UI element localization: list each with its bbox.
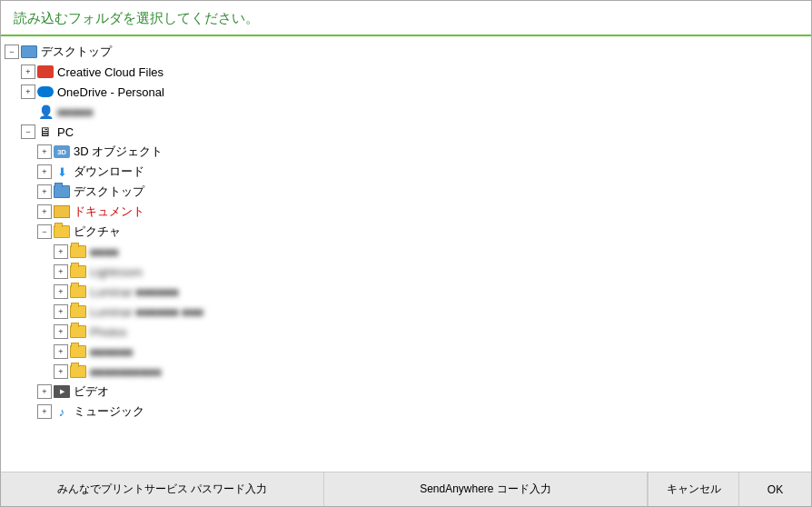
tree-node-3d[interactable]: + 3D 3D オブジェクト [37,142,807,162]
sub4-icon [70,304,86,319]
expand-pictures[interactable]: − [37,224,52,239]
expand-sub3[interactable]: + [54,284,68,299]
btn-send-anywhere[interactable]: SendAnywhere コード入力 [324,472,648,506]
pictures-icon [54,224,70,239]
expand-sub7[interactable]: + [54,364,68,379]
expand-sub6[interactable]: + [54,344,68,359]
ok-button[interactable]: OK [738,472,811,506]
desktop2-label: デスクトップ [74,184,144,200]
video-label: ビデオ [74,383,109,400]
tree-node-sub5[interactable]: + Photos [54,322,807,342]
dialog-footer: みんなでプリントサービス パスワード入力 SendAnywhere コード入力 … [1,472,811,506]
cancel-button[interactable]: キャンセル [648,472,738,506]
expand-desktop[interactable]: − [5,45,19,59]
tree-node-pictures[interactable]: − ピクチャ [37,222,807,242]
downloads-label: ダウンロード [74,164,144,180]
docs-label: ドキュメント [74,204,144,220]
sub5-icon [70,324,86,339]
expand-pc[interactable]: − [21,124,35,139]
sub3-icon [70,284,86,299]
docs-icon [54,204,70,219]
tree-node-sub6[interactable]: + ■■■■■■ [54,342,807,362]
sub6-label: ■■■■■■ [90,345,133,359]
sub2-label: Lightroom [90,265,143,279]
download-icon [54,164,70,179]
user-icon: 👤 [37,104,54,119]
music-icon: ♪ [54,404,70,419]
expand-video[interactable]: + [37,384,52,399]
sub1-label: ■■■■ [90,245,118,259]
expand-creative-cloud[interactable]: + [21,65,35,79]
dialog-header: 読み込むフォルダを選択してください。 [1,1,811,36]
tree-node-music[interactable]: + ♪ ミュージック [37,402,807,422]
sub3-label: Luminar ■■■■■■ [90,285,179,299]
onedrive-label: OneDrive - Personal [57,85,164,99]
tree-node-creative-cloud[interactable]: + Creative Cloud Files [21,62,807,82]
3d-icon: 3D [54,144,70,159]
tree-node-user[interactable]: 👤 ■■■■■ [21,102,807,122]
creative-cloud-icon [37,65,54,79]
tree-node-sub7[interactable]: + ■■■■■■■■■■ [54,362,807,382]
tree-node-sub3[interactable]: + Luminar ■■■■■■ [54,282,807,302]
folder-tree[interactable]: − デスクトップ + Creative Cloud Files + On [1,36,811,472]
header-title: 読み込むフォルダを選択してください。 [14,10,259,25]
pictures-label: ピクチャ [74,224,121,240]
expand-sub4[interactable]: + [54,304,68,319]
btn-print-service[interactable]: みんなでプリントサービス パスワード入力 [1,472,324,506]
desktop-label: デスクトップ [41,44,112,60]
expand-music[interactable]: + [37,404,52,419]
expand-onedrive[interactable]: + [21,84,35,99]
sub1-icon [70,244,86,259]
tree-node-sub2[interactable]: + Lightroom [54,262,807,282]
sub7-icon [70,364,86,379]
expand-docs[interactable]: + [37,204,52,219]
creative-cloud-label: Creative Cloud Files [57,65,163,79]
music-label: ミュージック [74,403,144,420]
expand-sub1[interactable]: + [54,244,68,259]
expand-downloads[interactable]: + [37,164,52,179]
tree-node-pc[interactable]: − 🖥 PC [21,122,807,142]
tree-node-video[interactable]: + ビデオ [37,382,807,402]
desktop-icon [21,45,37,59]
expand-desktop2[interactable]: + [37,184,52,199]
sub7-label: ■■■■■■■■■■ [90,365,162,379]
sub5-label: Photos [90,325,126,339]
tree-node-desktop[interactable]: − デスクトップ [5,42,807,62]
tree-node-desktop2[interactable]: + デスクトップ [37,182,807,202]
tree-node-sub1[interactable]: + ■■■■ [54,242,807,262]
onedrive-icon [37,84,54,99]
tree-node-docs[interactable]: + ドキュメント [37,202,807,222]
sub6-icon [70,344,86,359]
user-expand-placeholder [21,104,35,119]
pc-icon: 🖥 [37,124,54,139]
pc-label: PC [57,125,74,139]
sub2-icon [70,264,86,279]
expand-sub2[interactable]: + [54,264,68,279]
3d-label: 3D オブジェクト [74,144,163,160]
expand-sub5[interactable]: + [54,324,68,339]
user-label: ■■■■■ [57,105,93,119]
tree-node-sub4[interactable]: + Luminar ■■■■■■ ■■■ [54,302,807,322]
tree-node-downloads[interactable]: + ダウンロード [37,162,807,182]
desktop2-icon [54,184,70,199]
video-icon [54,384,70,399]
folder-select-dialog: 読み込むフォルダを選択してください。 − デスクトップ + Creative C… [0,0,812,507]
tree-node-onedrive[interactable]: + OneDrive - Personal [21,82,807,102]
sub4-label: Luminar ■■■■■■ ■■■ [90,305,203,319]
expand-3d[interactable]: + [37,144,52,159]
